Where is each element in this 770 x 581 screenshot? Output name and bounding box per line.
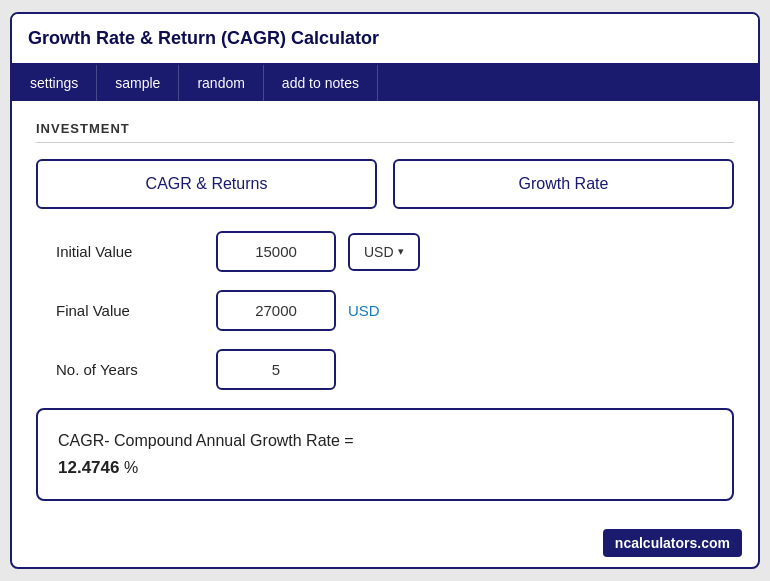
footer-bar: ncalculators.com bbox=[12, 521, 758, 567]
currency-value: USD bbox=[364, 244, 394, 260]
final-value-currency: USD bbox=[348, 302, 380, 319]
tab-settings[interactable]: settings bbox=[12, 65, 97, 101]
initial-value-label: Initial Value bbox=[56, 243, 216, 260]
currency-selector[interactable]: USD ▾ bbox=[348, 233, 420, 271]
title-bar: Growth Rate & Return (CAGR) Calculator bbox=[12, 14, 758, 65]
main-content: INVESTMENT CAGR & Returns Growth Rate In… bbox=[12, 101, 758, 521]
final-value-row: Final Value USD bbox=[36, 290, 734, 331]
calc-tab-growth-rate[interactable]: Growth Rate bbox=[393, 159, 734, 209]
tab-add-to-notes[interactable]: add to notes bbox=[264, 65, 378, 101]
result-value: 12.4746 bbox=[58, 458, 119, 477]
calculator-container: Growth Rate & Return (CAGR) Calculator s… bbox=[10, 12, 760, 569]
brand-badge: ncalculators.com bbox=[603, 529, 742, 557]
initial-value-row: Initial Value USD ▾ bbox=[36, 231, 734, 272]
section-label: INVESTMENT bbox=[36, 121, 734, 143]
tab-sample[interactable]: sample bbox=[97, 65, 179, 101]
tab-random[interactable]: random bbox=[179, 65, 263, 101]
years-row: No. of Years bbox=[36, 349, 734, 390]
tab-bar: settings sample random add to notes bbox=[12, 65, 758, 101]
years-label: No. of Years bbox=[56, 361, 216, 378]
final-value-label: Final Value bbox=[56, 302, 216, 319]
page-title: Growth Rate & Return (CAGR) Calculator bbox=[28, 28, 379, 48]
years-input[interactable] bbox=[216, 349, 336, 390]
calc-tabs-row: CAGR & Returns Growth Rate bbox=[36, 159, 734, 209]
result-label: CAGR- Compound Annual Growth Rate = 12.4… bbox=[58, 428, 712, 481]
result-box: CAGR- Compound Annual Growth Rate = 12.4… bbox=[36, 408, 734, 501]
initial-value-input[interactable] bbox=[216, 231, 336, 272]
currency-dropdown-icon: ▾ bbox=[398, 245, 404, 258]
final-value-input[interactable] bbox=[216, 290, 336, 331]
result-unit: % bbox=[124, 459, 138, 476]
calc-tab-cagr-returns[interactable]: CAGR & Returns bbox=[36, 159, 377, 209]
